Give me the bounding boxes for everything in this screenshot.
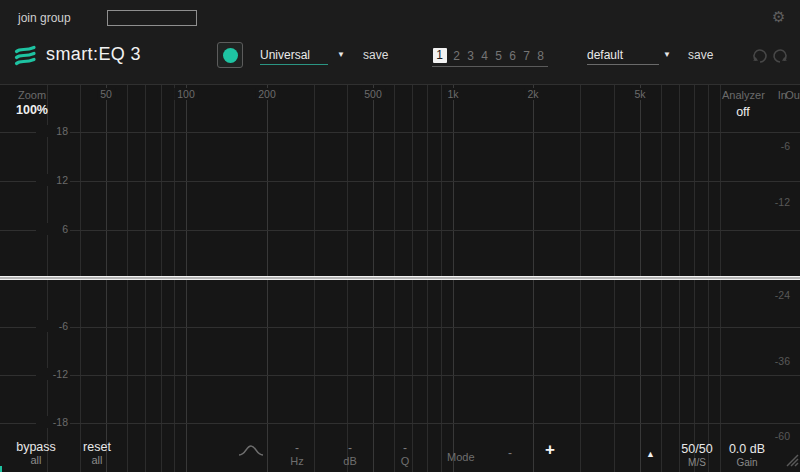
analyzer-tick-label: -60 [754, 430, 792, 442]
band-freq-control[interactable]: - Hz [277, 442, 317, 468]
ms-balance-unit: M/S [672, 456, 722, 469]
output-gain-unit: Gain [716, 456, 778, 469]
profile-dropdown-underline [260, 64, 328, 65]
db-gridline [0, 423, 800, 424]
freq-tick-label: 1k [444, 88, 461, 100]
db-tick-label: -6 [36, 320, 70, 332]
db-gridline [0, 230, 800, 231]
band-q-unit: Q [385, 455, 425, 468]
add-band-button[interactable]: + [545, 440, 555, 460]
mode-label: Mode [447, 451, 475, 463]
band-gain-control[interactable]: - dB [330, 442, 370, 468]
band-q-value[interactable]: - [385, 442, 425, 455]
analyzer-tick-label: -36 [754, 355, 792, 367]
db-tick-label: 6 [36, 223, 70, 235]
record-button[interactable] [217, 42, 243, 68]
preset-slot-7[interactable]: 7 [520, 49, 533, 63]
freq-tick-label: 200 [255, 88, 279, 100]
state-dropdown-caret-icon[interactable]: ▼ [663, 50, 671, 59]
meter-out-label[interactable]: Out [785, 89, 800, 101]
db-tick-label: 12 [36, 174, 70, 186]
band-freq-value[interactable]: - [277, 442, 317, 455]
freq-tick-label: 2k [524, 88, 541, 100]
eq-curve-zero-line[interactable] [0, 276, 800, 280]
reset-sub-label: all [69, 454, 125, 467]
output-gain-control[interactable]: 0.0 dB Gain [716, 442, 778, 469]
reset-label: reset [69, 440, 125, 454]
expand-panel-icon[interactable]: ▲ [646, 449, 655, 459]
band-freq-unit: Hz [277, 455, 317, 468]
gear-icon[interactable]: ⚙ [772, 8, 785, 26]
profile-dropdown-caret-icon[interactable]: ▼ [337, 50, 345, 59]
db-gridline [0, 132, 800, 133]
preset-slot-5[interactable]: 5 [492, 49, 505, 63]
profile-save-button[interactable]: save [363, 48, 388, 62]
mode-value[interactable]: - [508, 446, 512, 460]
app-title: smart:EQ 3 [46, 44, 141, 65]
filter-shape-icon[interactable] [237, 442, 265, 462]
db-tick-label: 18 [36, 125, 70, 137]
band-q-control[interactable]: - Q [385, 442, 425, 468]
db-gridline [0, 181, 800, 182]
analyzer-tick-label: -12 [754, 196, 792, 208]
db-tick-label: -12 [36, 368, 70, 380]
redo-icon[interactable] [771, 47, 789, 64]
plugin-window: join group ⚙ smart:EQ 3 Universal ▼ save… [0, 0, 800, 472]
db-gridline [0, 375, 800, 376]
analyzer-tick-label: -6 [754, 140, 792, 152]
preset-slot-4[interactable]: 4 [478, 49, 491, 63]
zoom-label: Zoom [18, 89, 46, 101]
analyzer-label: Analyzer [722, 89, 765, 101]
preset-slot-2[interactable]: 2 [450, 49, 463, 63]
ms-balance-value[interactable]: 50/50 [672, 442, 722, 456]
freq-tick-label: 50 [97, 88, 115, 100]
db-gridline [0, 327, 800, 328]
preset-slot-6[interactable]: 6 [506, 49, 519, 63]
join-group-label: join group [18, 11, 71, 25]
bypass-all-button[interactable]: bypass all [8, 440, 64, 467]
freq-tick-label: 100 [174, 88, 198, 100]
undo-icon[interactable] [751, 47, 769, 64]
eq-graph-area[interactable]: 501002005001k2k5k18126-6-12-18-6-12-24-3… [0, 84, 800, 472]
sonible-logo-icon [13, 43, 41, 73]
preset-slot-3[interactable]: 3 [464, 49, 477, 63]
bypass-label: bypass [8, 440, 64, 454]
record-dot-icon [223, 48, 238, 63]
window-resize-handle[interactable] [779, 447, 799, 471]
ms-balance-control[interactable]: 50/50 M/S [672, 442, 722, 469]
profile-dropdown[interactable]: Universal [260, 48, 310, 62]
band-gain-unit: dB [330, 455, 370, 468]
state-dropdown-underline [587, 64, 659, 65]
state-dropdown[interactable]: default [587, 48, 623, 62]
preset-slot-1[interactable]: 1 [433, 48, 447, 63]
join-group-input[interactable] [107, 10, 197, 26]
db-tick-label: -18 [36, 416, 70, 428]
analyzer-toggle[interactable]: off [722, 105, 764, 119]
reset-all-button[interactable]: reset all [69, 440, 125, 467]
preset-slot-8[interactable]: 8 [534, 49, 547, 63]
state-save-button[interactable]: save [688, 48, 713, 62]
preset-slot-strip: 12345678 [432, 46, 548, 67]
freq-tick-label: 500 [361, 88, 385, 100]
output-gain-value[interactable]: 0.0 dB [716, 442, 778, 456]
band-gain-value[interactable]: - [330, 442, 370, 455]
analyzer-tick-label: -24 [754, 289, 792, 301]
corner-accent-mark [0, 466, 2, 472]
freq-tick-label: 5k [631, 88, 648, 100]
bypass-sub-label: all [8, 454, 64, 467]
zoom-value[interactable]: 100% [16, 103, 48, 117]
db-gridline [0, 84, 800, 85]
